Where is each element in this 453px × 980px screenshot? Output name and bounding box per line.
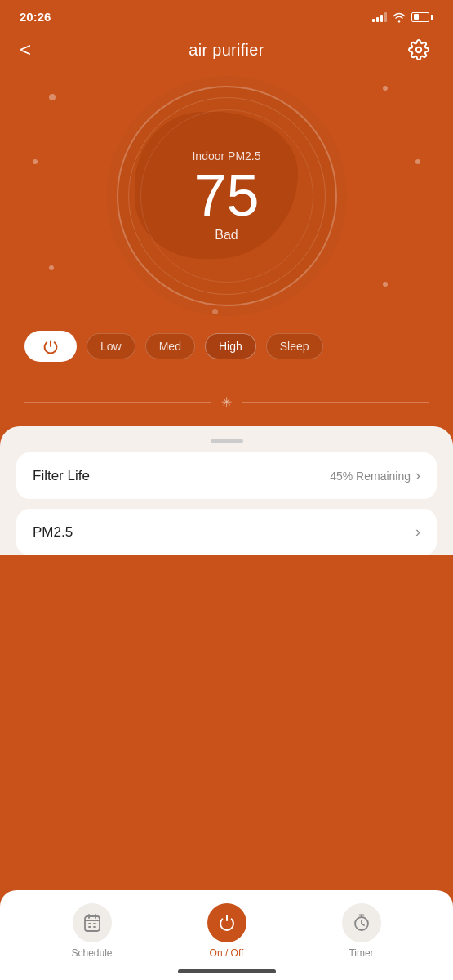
battery-icon <box>411 12 433 22</box>
svg-point-0 <box>416 47 422 53</box>
filter-chevron: › <box>415 467 420 484</box>
deco-dot <box>212 309 218 314</box>
signal-icon <box>372 12 387 22</box>
bottom-nav: Schedule On / Off Timer <box>0 890 453 980</box>
mode-med-button[interactable]: Med <box>145 333 195 359</box>
onoff-icon-bg <box>207 903 246 942</box>
pm25-card[interactable]: PM2.5 › <box>16 509 437 555</box>
filter-remaining: 45% Remaining <box>330 470 411 483</box>
nav-label-timer: Timer <box>349 947 373 959</box>
home-indicator <box>178 969 276 973</box>
wifi-icon <box>392 11 406 23</box>
deco-dot <box>33 159 38 164</box>
cards-area: Filter Life 45% Remaining › PM2.5 › <box>0 426 453 555</box>
schedule-icon <box>82 913 102 933</box>
pm25-chevron: › <box>415 523 420 541</box>
filter-right: 45% Remaining › <box>330 467 420 484</box>
pm-value: 75 <box>193 166 259 225</box>
sheet-handle <box>211 439 243 443</box>
power-icon <box>40 336 61 357</box>
page-title: air purifier <box>189 41 264 60</box>
filter-life-title: Filter Life <box>33 468 90 484</box>
deco-dot <box>415 159 420 164</box>
pm-status: Bad <box>215 228 238 243</box>
status-icons <box>372 11 433 23</box>
back-button[interactable]: < <box>20 38 49 61</box>
divider: ✳ <box>0 394 453 410</box>
spinner-icon: ✳ <box>221 394 232 410</box>
deco-dot <box>49 265 54 270</box>
nav-item-onoff[interactable]: On / Off <box>194 903 260 959</box>
power-toggle-button[interactable] <box>24 331 77 362</box>
header: < air purifier <box>0 29 453 78</box>
deco-dot <box>49 94 56 100</box>
settings-button[interactable] <box>404 35 433 65</box>
svg-rect-1 <box>85 916 100 931</box>
nav-label-onoff: On / Off <box>210 947 244 959</box>
air-quality-display: Indoor PM2.5 75 Bad <box>0 78 453 323</box>
schedule-icon-bg <box>73 903 112 942</box>
time: 20:26 <box>20 10 51 24</box>
divider-line-left <box>24 402 211 403</box>
deco-dot <box>383 282 388 287</box>
mode-low-button[interactable]: Low <box>87 333 135 359</box>
filter-life-card[interactable]: Filter Life 45% Remaining › <box>16 452 437 499</box>
nav-label-schedule: Schedule <box>71 947 112 959</box>
deco-dot <box>383 86 388 91</box>
mode-sleep-button[interactable]: Sleep <box>266 333 323 359</box>
nav-item-schedule[interactable]: Schedule <box>60 903 125 959</box>
timer-icon-bg <box>342 903 381 942</box>
mode-high-button[interactable]: High <box>205 333 256 359</box>
status-bar: 20:26 <box>0 0 453 29</box>
controls-row: Low Med High Sleep <box>0 331 453 362</box>
divider-line-right <box>242 402 429 403</box>
pm-circle: Indoor PM2.5 75 Bad <box>117 86 337 306</box>
onoff-icon <box>217 913 237 933</box>
gear-icon <box>408 39 429 60</box>
nav-item-timer[interactable]: Timer <box>329 903 394 959</box>
pm25-card-title: PM2.5 <box>33 524 73 541</box>
timer-icon <box>352 913 371 933</box>
pm-label: Indoor PM2.5 <box>192 149 260 163</box>
